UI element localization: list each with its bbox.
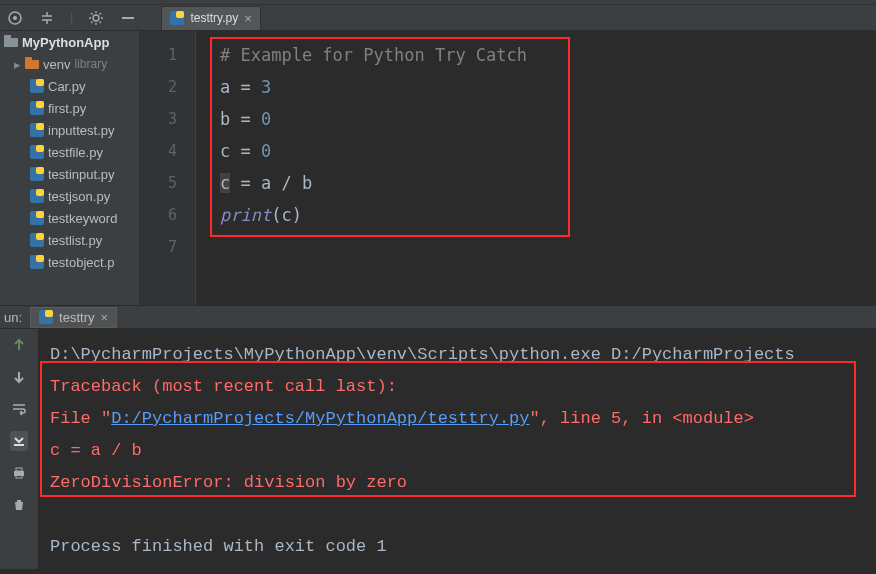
python-file-icon bbox=[30, 167, 44, 181]
traceback-file-line: File "D:/PycharmProjects/MyPythonApp/tes… bbox=[50, 403, 876, 435]
svg-point-1 bbox=[13, 16, 17, 20]
line-number: 7 bbox=[140, 231, 195, 263]
file-testfile.py[interactable]: testfile.py bbox=[0, 141, 139, 163]
svg-rect-13 bbox=[36, 101, 44, 108]
expand-icon[interactable]: ▸ bbox=[14, 57, 21, 72]
svg-rect-25 bbox=[36, 233, 44, 240]
svg-point-2 bbox=[93, 15, 99, 21]
run-config-label: testtry bbox=[59, 310, 94, 325]
traceback-file-link[interactable]: D:/PycharmProjects/MyPythonApp/testtry.p… bbox=[111, 409, 529, 428]
file-label: testlist.py bbox=[48, 233, 102, 248]
project-toolbar: | testtry.py × bbox=[0, 5, 876, 31]
close-icon[interactable]: × bbox=[100, 310, 108, 325]
editor-tab[interactable]: testtry.py × bbox=[161, 6, 260, 30]
file-testinput.py[interactable]: testinput.py bbox=[0, 163, 139, 185]
file-label: testobject.p bbox=[48, 255, 115, 270]
file-label: testinput.py bbox=[48, 167, 115, 182]
collapse-all-icon[interactable] bbox=[38, 9, 56, 27]
run-toolbar bbox=[0, 329, 38, 569]
folder-icon bbox=[25, 57, 39, 71]
step-down-icon[interactable] bbox=[10, 367, 28, 387]
run-console[interactable]: D:\PycharmProjects\MyPythonApp\venv\Scri… bbox=[38, 329, 876, 569]
print-icon[interactable] bbox=[10, 463, 28, 483]
code-line-4[interactable]: c = 0 bbox=[220, 135, 876, 167]
exception-line: ZeroDivisionError: division by zero bbox=[50, 467, 876, 499]
close-icon[interactable]: × bbox=[244, 11, 252, 26]
project-tree[interactable]: MyPythonApp ▸ venv library Car.pyfirst.p… bbox=[0, 31, 140, 305]
line-number: 2 bbox=[140, 71, 195, 103]
target-icon[interactable] bbox=[6, 9, 24, 27]
svg-rect-27 bbox=[36, 255, 44, 262]
hide-icon[interactable] bbox=[119, 9, 137, 27]
code-line-5[interactable]: c = a / b bbox=[220, 167, 876, 199]
code-line-6[interactable]: print(c) bbox=[220, 199, 876, 231]
python-file-icon bbox=[30, 233, 44, 247]
file-Car.py[interactable]: Car.py bbox=[0, 75, 139, 97]
file-tail: ", line 5, in <module> bbox=[530, 409, 754, 428]
svg-rect-31 bbox=[16, 468, 22, 471]
svg-rect-29 bbox=[45, 310, 53, 317]
svg-rect-32 bbox=[16, 475, 22, 478]
blank-line bbox=[50, 499, 876, 531]
file-label: first.py bbox=[48, 101, 86, 116]
run-config-tab[interactable]: testtry × bbox=[30, 307, 117, 328]
file-label: testfile.py bbox=[48, 145, 103, 160]
svg-rect-21 bbox=[36, 189, 44, 196]
venv-folder[interactable]: ▸ venv library bbox=[0, 53, 139, 75]
scroll-to-end-icon[interactable] bbox=[10, 431, 28, 451]
settings-icon[interactable] bbox=[87, 9, 105, 27]
svg-rect-9 bbox=[25, 57, 32, 61]
file-testobject.p[interactable]: testobject.p bbox=[0, 251, 139, 273]
file-label: testkeyword bbox=[48, 211, 117, 226]
venv-label: venv bbox=[43, 57, 70, 72]
line-number: 4 bbox=[140, 135, 195, 167]
svg-rect-3 bbox=[122, 17, 134, 19]
python-file-icon bbox=[30, 123, 44, 137]
file-testlist.py[interactable]: testlist.py bbox=[0, 229, 139, 251]
file-inputtest.py[interactable]: inputtest.py bbox=[0, 119, 139, 141]
file-label: Car.py bbox=[48, 79, 86, 94]
code-line-2[interactable]: a = 3 bbox=[220, 71, 876, 103]
line-number: 6 bbox=[140, 199, 195, 231]
file-label: File " bbox=[50, 409, 111, 428]
svg-rect-17 bbox=[36, 145, 44, 152]
svg-rect-11 bbox=[36, 79, 44, 86]
python-file-icon bbox=[30, 101, 44, 115]
svg-rect-7 bbox=[4, 35, 11, 39]
python-file-icon bbox=[39, 310, 53, 324]
python-file-icon bbox=[30, 145, 44, 159]
traceback-header: Traceback (most recent call last): bbox=[50, 371, 876, 403]
code-line-1[interactable]: # Example for Python Try Catch bbox=[220, 39, 876, 71]
line-number: 1 bbox=[140, 39, 195, 71]
run-panel-header: un: testtry × bbox=[0, 305, 876, 329]
svg-rect-15 bbox=[36, 123, 44, 130]
rerun-icon[interactable] bbox=[10, 335, 28, 355]
trash-icon[interactable] bbox=[10, 495, 28, 515]
toolbar-separator: | bbox=[70, 10, 73, 25]
svg-rect-23 bbox=[36, 211, 44, 218]
python-file-icon bbox=[30, 211, 44, 225]
svg-rect-8 bbox=[25, 60, 39, 69]
editor-tab-label: testtry.py bbox=[190, 11, 238, 25]
code-editor[interactable]: 1234567 # Example for Python Try Catcha … bbox=[140, 31, 876, 305]
console-cmd-line: D:\PycharmProjects\MyPythonApp\venv\Scri… bbox=[50, 339, 876, 371]
project-root[interactable]: MyPythonApp bbox=[0, 31, 139, 53]
folder-icon bbox=[4, 35, 18, 49]
toggle-wrap-icon[interactable] bbox=[10, 399, 28, 419]
venv-hint: library bbox=[74, 57, 107, 71]
line-gutter: 1234567 bbox=[140, 31, 196, 305]
exit-code-line: Process finished with exit code 1 bbox=[50, 531, 876, 563]
file-testkeyword[interactable]: testkeyword bbox=[0, 207, 139, 229]
file-first.py[interactable]: first.py bbox=[0, 97, 139, 119]
code-line-7[interactable] bbox=[220, 231, 876, 263]
code-line-3[interactable]: b = 0 bbox=[220, 103, 876, 135]
python-file-icon bbox=[170, 11, 184, 25]
file-testjson.py[interactable]: testjson.py bbox=[0, 185, 139, 207]
file-label: inputtest.py bbox=[48, 123, 115, 138]
file-label: testjson.py bbox=[48, 189, 110, 204]
line-number: 3 bbox=[140, 103, 195, 135]
project-root-label: MyPythonApp bbox=[22, 35, 109, 50]
line-number: 5 bbox=[140, 167, 195, 199]
svg-rect-5 bbox=[176, 11, 184, 18]
svg-rect-6 bbox=[4, 38, 18, 47]
